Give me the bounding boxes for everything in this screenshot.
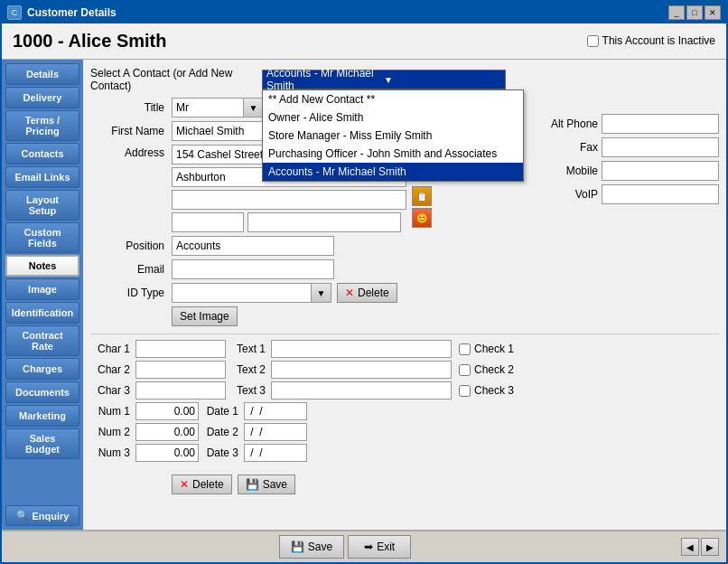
set-image-button[interactable]: Set Image (172, 306, 238, 326)
text2-input[interactable] (271, 361, 452, 379)
check2-checkbox[interactable] (459, 364, 471, 376)
check2-label: Check 2 (474, 363, 514, 376)
dropdown-arrow-icon: ▼ (384, 75, 501, 85)
close-button[interactable]: ✕ (705, 5, 721, 20)
char2-input[interactable] (135, 361, 226, 379)
dropdown-option-store-manager[interactable]: Store Manager - Miss Emily Smith (263, 127, 523, 145)
sidebar-item-custom-fields[interactable]: Custom Fields (5, 222, 79, 253)
sidebar-item-contacts[interactable]: Contacts (5, 143, 79, 164)
postcode-row (172, 212, 406, 232)
sidebar-item-sales-budget[interactable]: Sales Budget (5, 428, 79, 459)
set-image-row: Set Image (172, 306, 719, 326)
address-icon-btn-2[interactable]: 😊 (412, 208, 432, 228)
contact-dropdown-list: ** Add New Contact ** Owner - Alice Smit… (262, 89, 524, 182)
mobile-input[interactable] (602, 161, 719, 181)
title-label: Title (90, 101, 172, 114)
check3-checkbox[interactable] (459, 385, 471, 397)
id-type-dropdown-btn[interactable]: ▼ (312, 283, 331, 303)
bottom-buttons: ✕ Delete 💾 Save (172, 469, 719, 494)
contact-select-label: Select A Contact (or Add New Contact) (90, 67, 262, 92)
date1-input[interactable] (244, 402, 307, 420)
sidebar-item-notes[interactable]: Notes (5, 255, 79, 277)
num3-input[interactable] (135, 444, 199, 462)
sidebar-item-identification[interactable]: Identification (5, 302, 79, 324)
country-input[interactable] (247, 212, 401, 232)
save-button[interactable]: 💾 Save (238, 475, 295, 494)
char2-label: Char 2 (90, 363, 135, 376)
footer-save-button[interactable]: 💾 Save (279, 535, 344, 559)
footer-nav: ◀ ▶ (681, 538, 719, 556)
footer-exit-label: Exit (377, 540, 395, 553)
check2-section: Check 2 (459, 363, 514, 376)
footer-exit-button[interactable]: ➡ Exit (348, 535, 411, 559)
inactive-label: This Account is Inactive (602, 34, 715, 47)
num2-input[interactable] (135, 423, 199, 441)
minimize-button[interactable]: _ (668, 5, 685, 20)
char1-input[interactable] (135, 340, 226, 358)
postcode-input[interactable] (172, 212, 244, 232)
sidebar-item-details[interactable]: Details (5, 63, 79, 85)
title-dropdown-btn[interactable]: ▼ (244, 98, 264, 118)
dropdown-option-accounts[interactable]: Accounts - Mr Michael Smith (263, 163, 523, 181)
sidebar-item-marketing[interactable]: Marketing (5, 405, 79, 427)
sidebar-item-delivery[interactable]: Delivery (5, 87, 79, 108)
char1-label: Char 1 (90, 343, 135, 355)
date3-label: Date 3 (199, 446, 244, 459)
sidebar-item-charges[interactable]: Charges (5, 358, 79, 380)
address-line3-input[interactable] (172, 190, 406, 210)
dropdown-option-purchasing-officer[interactable]: Purchasing Officer - John Smith and Asso… (263, 145, 523, 163)
sidebar-item-image[interactable]: Image (5, 278, 79, 300)
mobile-label: Mobile (539, 164, 598, 177)
text1-label: Text 1 (226, 343, 271, 355)
delete-id-button[interactable]: ✕ Delete (337, 283, 397, 303)
title-input[interactable] (172, 98, 244, 118)
delete-button[interactable]: ✕ Delete (172, 475, 232, 494)
email-input[interactable] (172, 259, 334, 279)
custom-fields-section: Char 1 Text 1 Check 1 Char 2 Text 2 (90, 334, 719, 462)
position-input[interactable] (172, 236, 334, 256)
nav-next-button[interactable]: ▶ (701, 538, 719, 556)
dropdown-option-owner[interactable]: Owner - Alice Smith (263, 108, 523, 127)
char1-row: Char 1 Text 1 Check 1 (90, 340, 719, 358)
address-icons: 📋 😊 (410, 186, 432, 228)
alt-phone-row: Alt Phone (539, 114, 719, 134)
page-header: 1000 - Alice Smith This Account is Inact… (2, 24, 726, 60)
id-type-input[interactable] (172, 283, 312, 303)
text1-input[interactable] (271, 340, 452, 358)
voip-row: VoIP (539, 184, 719, 204)
maximize-button[interactable]: □ (686, 5, 703, 20)
char3-input[interactable] (135, 381, 226, 400)
voip-input[interactable] (602, 184, 719, 204)
delete-icon: ✕ (180, 478, 189, 491)
check3-row: Check 3 (459, 384, 514, 397)
date2-input[interactable] (244, 423, 307, 441)
alt-phone-input[interactable] (602, 114, 719, 134)
email-label: Email (90, 263, 172, 276)
contact-select-row: Select A Contact (or Add New Contact) Ac… (90, 67, 719, 92)
delete-id-icon: ✕ (345, 287, 354, 299)
inactive-checkbox[interactable] (587, 35, 599, 47)
dropdown-option-add-new[interactable]: ** Add New Contact ** (263, 90, 523, 108)
nav-prev-button[interactable]: ◀ (681, 538, 699, 556)
address-icon-btn-1[interactable]: 📋 (412, 186, 432, 206)
enquiry-button[interactable]: 🔍 Enquiry (5, 505, 79, 526)
fax-input[interactable] (602, 137, 719, 157)
enquiry-icon: 🔍 (16, 510, 29, 522)
num1-input[interactable] (135, 402, 199, 420)
sidebar-item-contract-rate[interactable]: Contract Rate (5, 325, 79, 356)
text3-input[interactable] (271, 381, 452, 400)
date3-input[interactable] (244, 444, 307, 462)
delete-label: Delete (192, 478, 224, 491)
sidebar-item-email-links[interactable]: Email Links (5, 166, 79, 188)
contact-select-dropdown[interactable]: Accounts - Mr Michael Smith ▼ (262, 70, 506, 89)
text2-label: Text 2 (226, 363, 271, 376)
sidebar-item-layout-setup[interactable]: Layout Setup (5, 190, 79, 221)
mobile-row: Mobile (539, 161, 719, 181)
id-type-label: ID Type (90, 287, 172, 299)
check1-checkbox[interactable] (459, 343, 471, 355)
sidebar-item-terms-pricing[interactable]: Terms / Pricing (5, 110, 79, 141)
save-label: Save (263, 478, 287, 491)
check3-label: Check 3 (474, 384, 514, 397)
sidebar-item-documents[interactable]: Documents (5, 381, 79, 403)
text3-label: Text 3 (226, 384, 271, 397)
